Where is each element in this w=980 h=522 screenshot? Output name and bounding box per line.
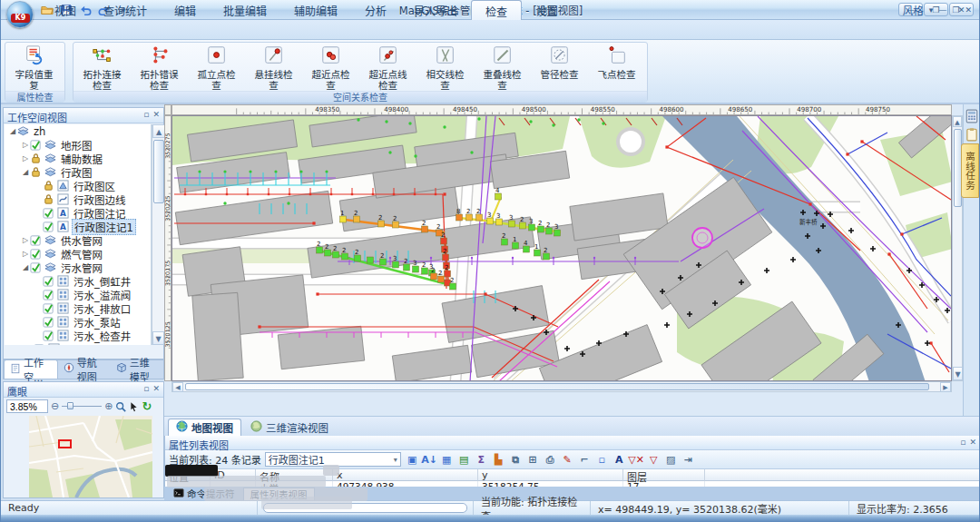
- menu-tab-6[interactable]: 分析: [351, 0, 400, 20]
- style-button[interactable]: 风格: [903, 3, 924, 17]
- menu-tab-3[interactable]: 编辑: [161, 0, 210, 20]
- calculator-icon[interactable]: [965, 109, 979, 123]
- checkbox-checked-icon[interactable]: [43, 275, 55, 288]
- map-horizontal-scrollbar[interactable]: ◀ ▶: [172, 381, 952, 392]
- scroll-thumb[interactable]: [185, 383, 929, 390]
- view-tab-2[interactable]: 三维渲染视图: [243, 419, 336, 436]
- font-icon[interactable]: A: [612, 452, 627, 467]
- menu-tab-8[interactable]: 检查: [471, 0, 522, 20]
- checkbox-checked-icon[interactable]: [30, 139, 43, 152]
- tree-expander-icon[interactable]: ◢: [21, 168, 30, 176]
- tree-item-1[interactable]: ◢zh: [5, 124, 151, 138]
- lock-icon[interactable]: [43, 180, 55, 192]
- ribbon-button-field-duplicate[interactable]: 字段值重复: [5, 43, 63, 91]
- ruler-corner[interactable]: [164, 104, 172, 115]
- scroll-up-icon[interactable]: ▲: [152, 124, 165, 138]
- turn-icon[interactable]: ⌐: [577, 452, 593, 467]
- tree-expander-icon[interactable]: ▷: [21, 236, 30, 244]
- doc-close-button[interactable]: ✕: [965, 5, 972, 15]
- ribbon-button-near-point[interactable]: 超近点检查: [302, 43, 359, 91]
- scroll-down-icon[interactable]: ▼: [953, 367, 963, 380]
- tree-item-11[interactable]: ◢污水管网: [5, 261, 151, 274]
- ribbon-button-pipe-diameter[interactable]: 管径检查: [531, 43, 588, 91]
- checkbox-checked-icon[interactable]: [43, 316, 55, 329]
- dock-icon[interactable]: ▫: [594, 452, 610, 467]
- style-caret-icon[interactable]: ▾: [929, 5, 934, 15]
- column-header-6[interactable]: 图层: [623, 469, 705, 481]
- workspace-tree[interactable]: ◢zh▷地形图▷辅助数据◢行政图行政图区行政图边线A行政图注记A行政图注记1▷供…: [5, 124, 152, 345]
- tree-expander-icon[interactable]: ▷: [21, 154, 30, 163]
- checkbox-checked-icon[interactable]: [43, 221, 55, 233]
- eagle-eye-minimap[interactable]: [29, 416, 152, 497]
- sort-icon[interactable]: A↓: [422, 452, 437, 467]
- column-header-4[interactable]: x: [333, 469, 478, 481]
- checkbox-checked-icon[interactable]: [43, 302, 55, 315]
- lock-icon[interactable]: [43, 193, 55, 206]
- insert-icon[interactable]: ⊞: [525, 452, 541, 467]
- checkbox-checked-icon[interactable]: [43, 207, 55, 220]
- ribbon-button-dangling-line[interactable]: 悬挂线检查: [245, 43, 302, 91]
- tree-item-2[interactable]: ▷地形图: [5, 138, 151, 152]
- clipboard-icon[interactable]: [965, 127, 979, 142]
- close-icon[interactable]: ✕: [152, 110, 160, 121]
- print-icon[interactable]: ⎙: [543, 452, 558, 467]
- dock-tab-2[interactable]: 导航视图: [58, 359, 111, 379]
- tree-item-4[interactable]: ◢行政图: [5, 165, 151, 179]
- lock-icon[interactable]: [30, 166, 43, 179]
- export-icon[interactable]: ⇥: [681, 452, 696, 467]
- view-tab-1[interactable]: 地图视图: [168, 419, 241, 436]
- eagle-zoom-input[interactable]: [6, 399, 48, 413]
- scroll-right-icon[interactable]: ▶: [940, 382, 951, 392]
- filter-icon[interactable]: ▽: [646, 452, 662, 467]
- magnifier-icon[interactable]: [115, 401, 126, 412]
- zoom-slider-thumb[interactable]: [67, 402, 74, 409]
- scroll-up-icon[interactable]: ▲: [953, 116, 962, 127]
- tree-item-16[interactable]: 污水_检查井: [5, 329, 151, 342]
- doc-restore-button[interactable]: ❐: [952, 5, 959, 15]
- map-canvas[interactable]: 1222222228223332322342141222222232323222…: [172, 115, 952, 381]
- scroll-thumb[interactable]: [153, 140, 164, 203]
- side-tab-offline-tasks[interactable]: 离线任务: [961, 143, 979, 198]
- chart-icon[interactable]: ▙: [491, 452, 506, 467]
- dock-tab-3[interactable]: 三维模型: [111, 359, 163, 379]
- tree-item-9[interactable]: ▷供水管网: [5, 233, 151, 247]
- tree-expander-icon[interactable]: ◢: [8, 127, 17, 135]
- checkbox-checked-icon[interactable]: [43, 330, 55, 342]
- zoom-slider[interactable]: [62, 406, 102, 407]
- ribbon-button-near-point-line[interactable]: 超近点线检查: [359, 43, 416, 91]
- tree-item-6[interactable]: 行政图边线: [5, 192, 151, 206]
- ribbon-button-intersect-line[interactable]: 相交线检查: [416, 43, 474, 91]
- checkbox-checked-icon[interactable]: [43, 289, 55, 301]
- ribbon-button-isolated-point[interactable]: 孤立点检查: [188, 43, 245, 91]
- checkbox-checked-icon[interactable]: [34, 343, 46, 346]
- tree-item-14[interactable]: 污水_排放口: [5, 301, 151, 315]
- tree-item-13[interactable]: 污水_溢流阀: [5, 288, 151, 301]
- column-header-5[interactable]: y: [478, 469, 623, 481]
- stat-icon[interactable]: Σ: [474, 452, 489, 467]
- tree-expander-icon[interactable]: ▷: [21, 141, 30, 149]
- dock-tab-1[interactable]: 工作空...: [4, 359, 58, 379]
- close-icon[interactable]: ✕: [152, 384, 160, 395]
- pin-icon[interactable]: ▫: [143, 110, 149, 121]
- ribbon-button-topology-error[interactable]: 拓扑错误检查: [131, 43, 188, 91]
- menu-tab-1[interactable]: 视图: [41, 0, 90, 20]
- scroll-left-icon[interactable]: ◀: [172, 382, 183, 392]
- tree-scrollbar[interactable]: ▲ ▼: [152, 124, 165, 345]
- checkbox-checked-icon[interactable]: [30, 234, 43, 247]
- ribbon-button-fly-point[interactable]: 飞点检查: [588, 43, 645, 91]
- table-icon[interactable]: ▦: [439, 452, 455, 467]
- menu-tab-7[interactable]: 导入导出: [400, 0, 471, 20]
- pin-icon[interactable]: ▫: [960, 438, 965, 448]
- tree-item-8[interactable]: A行政图注记1: [5, 220, 151, 233]
- filter-clear-icon[interactable]: ▽✕: [629, 452, 644, 467]
- menu-tab-2[interactable]: 查询统计: [90, 0, 161, 20]
- tree-expander-icon[interactable]: ▷: [21, 250, 30, 258]
- tree-expander-icon[interactable]: ◢: [21, 263, 30, 271]
- lock-icon[interactable]: [30, 153, 43, 165]
- refresh-icon[interactable]: ↻: [142, 399, 152, 413]
- style-icon[interactable]: ✎: [560, 452, 575, 467]
- menu-tab-9[interactable]: 设置: [522, 0, 571, 20]
- tree-item-3[interactable]: ▷辅助数据: [5, 152, 151, 165]
- doc-minimize-button[interactable]: —: [938, 5, 946, 15]
- window-edit-icon[interactable]: ▨: [663, 452, 679, 467]
